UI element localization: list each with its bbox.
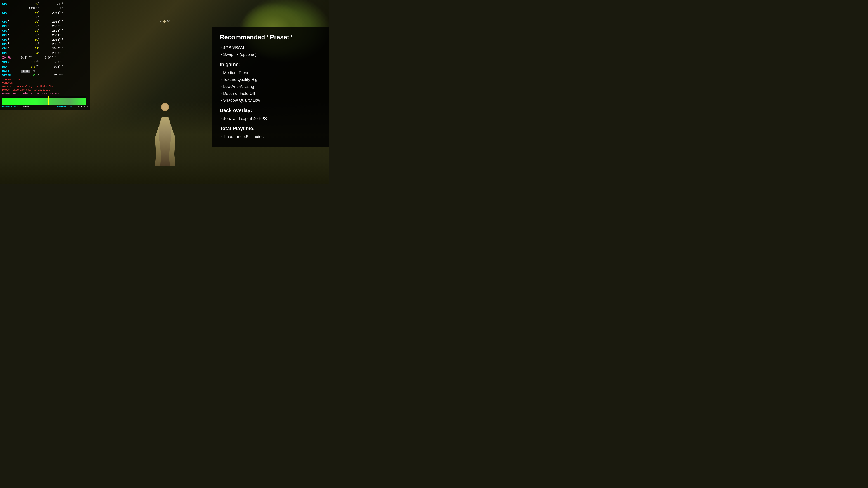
- cpu7-freq: 2957MHz: [42, 51, 63, 56]
- playtime-value: - 1 hour and 48 minutes: [220, 133, 321, 140]
- gpu-label: GPU: [2, 2, 18, 6]
- io-read: 0.0MiB/s: [12, 56, 32, 60]
- cpu4-row: CPU4 60% 2961MHz: [2, 38, 88, 42]
- cpu5-label: CPU5: [2, 42, 18, 46]
- cpu1-pct: 55%: [19, 24, 39, 29]
- frame-count-group: Frame Count 9054: [2, 105, 29, 108]
- io-label: IO RW: [2, 56, 11, 60]
- cpu0-freq: 2938MHz: [42, 20, 63, 24]
- cpu4-freq: 2961MHz: [42, 38, 63, 42]
- frametime-label: Frametime: [2, 92, 16, 95]
- frametime-bar: [2, 98, 86, 105]
- perf-footer: Frame Count 9054 Resolution 1280x720: [2, 105, 88, 108]
- frametime-graph: [2, 96, 86, 105]
- cpu2-freq: 2873MHz: [42, 29, 63, 33]
- cpu0-label: CPU0: [2, 20, 18, 24]
- cpu7-row: CPU7 54% 2957MHz: [2, 51, 88, 56]
- cpu6-label: CPU6: [2, 46, 18, 51]
- cpu1-freq: 2939MHz: [42, 24, 63, 29]
- in-game-aa: - Low Anti-Aliasing: [220, 83, 321, 90]
- cpu2-label: CPU2: [2, 29, 18, 33]
- in-game-dof: - Depth of Field Off: [220, 90, 321, 97]
- cpu3-freq: 2861MHz: [42, 33, 63, 38]
- batt-icon: ▮▮▮▮ ✎: [21, 69, 35, 73]
- gpu-power: 8W: [42, 6, 63, 11]
- vram-used: 3.3GiB: [19, 60, 39, 65]
- resolution-group: Resolution 1280x720: [57, 105, 88, 108]
- cpu3-pct: 55%: [19, 33, 39, 38]
- resolution-value: 1280x720: [76, 105, 88, 108]
- io-write: 0.0MiB/s: [35, 56, 56, 60]
- cpu-power-row: 5W: [2, 15, 88, 20]
- cpu2-row: CPU2 59% 2873MHz: [2, 29, 88, 33]
- character-head: [161, 103, 169, 111]
- cpu-pct: 56%: [19, 11, 39, 15]
- gpu-freq-row: 1439MHz 8W: [2, 6, 88, 11]
- frametime-spike-2: [68, 99, 68, 105]
- crosshair-diamond: [163, 20, 166, 23]
- cpu1-label: CPU1: [2, 24, 18, 29]
- ram-used: 6.5GiB: [19, 65, 39, 69]
- vram-label: VRAM: [2, 60, 18, 65]
- panel-title: Recommended "Preset": [220, 33, 321, 41]
- cpu3-label: CPU3: [2, 33, 18, 38]
- resolution-label: Resolution: [57, 105, 72, 108]
- preset-swap: - Swap fix (optional): [220, 51, 321, 58]
- frame-count-label: Frame Count: [2, 105, 19, 108]
- cpu2-pct: 59%: [19, 29, 39, 33]
- ram-label: RAM: [2, 65, 18, 69]
- cpu0-pct: 56%: [19, 20, 39, 24]
- cpu5-row: CPU5 55% 2935MHz: [2, 42, 88, 46]
- cpu4-label: CPU4: [2, 38, 18, 42]
- in-game-texture: - Texture Quality High: [220, 76, 321, 83]
- deck-fps: - 40hz and cap at 40 FPS: [220, 115, 321, 122]
- vram-row: VRAM 3.3GiB 687MHz: [2, 60, 88, 65]
- cpu4-pct: 60%: [19, 38, 39, 42]
- cpu5-pct: 55%: [19, 42, 39, 46]
- frame-count-value: 9054: [23, 105, 29, 108]
- deck-title: Deck overlay:: [220, 107, 321, 113]
- gpu-row: GPU 89% 77°C: [2, 2, 88, 6]
- preset-vram: - 4GB VRAM: [220, 44, 321, 51]
- performance-overlay: GPU 89% 77°C 1439MHz 8W CPU 56% 2961MHz …: [0, 0, 90, 110]
- playtime-title: Total Playtime:: [220, 126, 321, 131]
- proton-version: Proton experimental-7.0-20221012: [2, 88, 88, 92]
- crosshair-symbol: ⚡: [160, 20, 162, 24]
- vkd3d-label: VKD3D: [2, 73, 18, 78]
- in-game-medium: - Medium Preset: [220, 69, 321, 76]
- cpu-freq: 2961MHz: [42, 11, 63, 15]
- cpu3-row: CPU3 55% 2861MHz: [2, 33, 88, 38]
- cpu-power: 5W: [19, 15, 39, 20]
- frametime-value: 27.4ms: [42, 73, 63, 78]
- cpu-row: CPU 56% 2961MHz: [2, 11, 88, 15]
- version-number: 2.6.0/1.3.211: [2, 78, 88, 81]
- in-game-shadow: - Shadow Quality Low: [220, 97, 321, 104]
- batt-row: BATT ▮▮▮▮ ✎: [2, 69, 88, 73]
- cpu6-row: CPU6 58% 2946MHz: [2, 46, 88, 51]
- gpu-freq: 1439MHz: [19, 6, 39, 11]
- version-info: 2.6.0/1.3.211 VanGogh Mesa 22.2.0-devel …: [2, 78, 88, 92]
- cpu7-pct: 54%: [19, 51, 39, 56]
- cpu-label: CPU: [2, 11, 18, 15]
- cpu5-freq: 2935MHz: [42, 42, 63, 46]
- driver-name: VanGogh: [2, 81, 88, 85]
- cpu7-label: CPU7: [2, 51, 18, 56]
- frametime-spike-1: [49, 96, 49, 105]
- frametime-max: max: 35.2ms: [42, 92, 59, 95]
- crosshair-letter: W: [167, 20, 169, 24]
- batt-label: BATT: [2, 69, 18, 73]
- cpu1-row: CPU1 55% 2939MHz: [2, 24, 88, 29]
- ram-row: RAM 6.5GiB 0.3GiB: [2, 65, 88, 69]
- fps-value: 37FPS: [19, 73, 39, 78]
- in-game-title: In game:: [220, 62, 321, 68]
- info-panel: Recommended "Preset" - 4GB VRAM - Swap f…: [212, 27, 329, 147]
- cpu0-row: CPU0 56% 2938MHz: [2, 20, 88, 24]
- io-row: IO RW 0.0MiB/s 0.0MiB/s: [2, 56, 88, 60]
- frametime-min: min: 22.1ms: [23, 92, 39, 95]
- gpu-temp: 77°C: [42, 2, 63, 6]
- mesa-version: Mesa 22.2.0-devel (git-03db7b91fb): [2, 85, 88, 88]
- gpu-pct: 89%: [19, 2, 39, 6]
- vram-freq: 687MHz: [42, 60, 63, 65]
- character: [148, 103, 182, 166]
- frametime-stats: Frametime min: 22.1ms, max: 35.2ms: [2, 92, 88, 95]
